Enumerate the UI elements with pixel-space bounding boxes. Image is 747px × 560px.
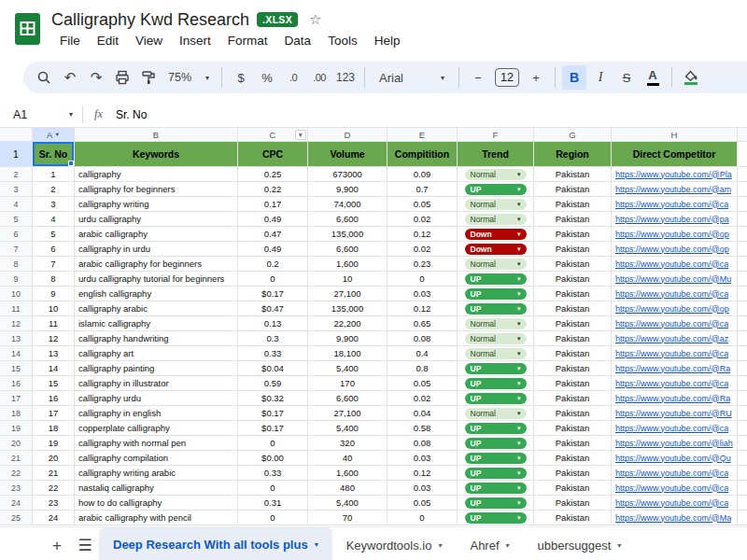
header-cell[interactable]: Compitition (388, 142, 458, 167)
cell-sr-no[interactable]: 10 (33, 301, 75, 316)
formula-input[interactable]: Sr. No (116, 108, 147, 121)
fill-handle[interactable] (68, 161, 74, 166)
row-number[interactable]: 7 (0, 242, 33, 257)
document-title[interactable]: Calligraphy Kwd Research (51, 10, 249, 30)
cell-trend[interactable]: UP▾ (458, 511, 534, 525)
cell-region[interactable]: Pakistan (534, 316, 612, 331)
cell-sr-no[interactable]: 13 (33, 346, 75, 361)
cell-sr-no[interactable]: 3 (33, 197, 75, 212)
cell-competition[interactable]: 0.09 (388, 167, 458, 182)
cell-competition[interactable]: 0.05 (388, 376, 458, 391)
cell-keyword[interactable]: arabic calligraphy for beginners (75, 257, 238, 272)
cell-competitor[interactable]: https://www.youtube.com/@ca (612, 481, 738, 496)
fill-color-button[interactable] (679, 65, 703, 90)
cell-trend[interactable]: Down▾ (458, 227, 534, 242)
cell-competitor[interactable]: https://www.youtube.com/@az (612, 331, 738, 346)
cell-keyword[interactable]: calligraphy writing arabic (75, 466, 238, 481)
cell-competitor[interactable]: https://www.youtube.com/@Ma (612, 511, 738, 525)
cell-cpc[interactable]: 0.25 (238, 167, 308, 182)
cell-cpc[interactable]: 0 (238, 511, 308, 525)
cell-competition[interactable]: 0 (388, 272, 458, 287)
competitor-link[interactable]: https://www.youtube.com/@ca (615, 349, 728, 358)
cell-cpc[interactable]: 0.31 (238, 496, 308, 511)
header-cell[interactable]: Volume (308, 142, 388, 167)
cell-volume[interactable]: 1,600 (308, 257, 388, 272)
column-header-A[interactable]: A▼ (33, 128, 75, 142)
cell-trend[interactable]: UP▾ (458, 182, 534, 197)
cell-volume[interactable]: 27,100 (308, 406, 388, 421)
cell-competition[interactable]: 0.02 (388, 391, 458, 406)
cell-trend[interactable]: UP▾ (458, 361, 534, 376)
trend-chip[interactable]: Normal▾ (465, 169, 527, 180)
cell-keyword[interactable]: calligraphy painting (75, 361, 238, 376)
row-number[interactable]: 22 (0, 466, 33, 481)
cell-keyword[interactable]: calligraphy in urdu (75, 242, 238, 257)
cell-keyword[interactable]: calligraphy in english (75, 406, 238, 421)
menu-edit[interactable]: Edit (89, 33, 127, 49)
strikethrough-button[interactable]: S (614, 65, 639, 90)
competitor-link[interactable]: https://www.youtube.com/@ca (615, 200, 728, 209)
cell-trend[interactable]: Down▾ (458, 242, 534, 257)
cell-competition[interactable]: 0.04 (388, 406, 458, 421)
cell-competition[interactable]: 0.02 (388, 212, 458, 227)
trend-chip[interactable]: Normal▾ (465, 214, 527, 225)
cell-competition[interactable]: 0.12 (388, 227, 458, 242)
cell-cpc[interactable]: 0.33 (238, 466, 308, 481)
competitor-link[interactable]: https://www.youtube.com/@ca (615, 319, 728, 329)
cell-trend[interactable]: UP▾ (458, 301, 534, 316)
increase-decimal-button[interactable]: .00 (307, 65, 331, 90)
cell-region[interactable]: Pakistan (534, 227, 612, 242)
cell-competition[interactable]: 0.4 (388, 346, 458, 361)
cell-competitor[interactable]: https://www.youtube.com/@ca (612, 287, 738, 301)
cell-cpc[interactable]: $0.00 (238, 451, 308, 466)
redo-button[interactable]: ↷ (84, 65, 108, 90)
trend-chip[interactable]: UP▾ (465, 378, 527, 389)
cell-competition[interactable]: 0.08 (388, 436, 458, 451)
cell-cpc[interactable]: 0.59 (238, 376, 308, 391)
filter-dropdown-icon[interactable]: ▼ (295, 130, 306, 140)
cell-trend[interactable]: Normal▾ (458, 316, 534, 331)
row-number[interactable]: 19 (0, 421, 33, 436)
row-number[interactable]: 10 (0, 287, 33, 301)
cell-trend[interactable]: Normal▾ (458, 257, 534, 272)
cell-sr-no[interactable]: 19 (33, 436, 75, 451)
cell-competition[interactable]: 0.03 (388, 451, 458, 466)
menu-help[interactable]: Help (366, 33, 409, 49)
row-number[interactable]: 4 (0, 197, 33, 212)
cell-volume[interactable]: 135,000 (308, 301, 388, 316)
competitor-link[interactable]: https://www.youtube.com/@Mu (615, 274, 731, 284)
competitor-link[interactable]: https://www.youtube.com/@ca (615, 483, 728, 493)
row-number[interactable]: 5 (0, 212, 33, 227)
cell-cpc[interactable]: 0.47 (238, 227, 308, 242)
menu-data[interactable]: Data (276, 33, 320, 49)
header-cell[interactable]: Trend (458, 142, 534, 167)
cell-region[interactable]: Pakistan (534, 272, 612, 287)
increase-font-size-button[interactable]: + (524, 65, 548, 90)
sheet-tab-ahref[interactable]: Ahref ▾ (456, 527, 523, 560)
competitor-link[interactable]: https://www.youtube.com/@Ma (615, 513, 731, 523)
cell-competition[interactable]: 0.23 (388, 257, 458, 272)
cell-volume[interactable]: 5,400 (308, 361, 388, 376)
cell-region[interactable]: Pakistan (534, 257, 612, 272)
cell-keyword[interactable]: calligraphy compilation (75, 451, 238, 466)
row-number[interactable]: 24 (0, 496, 33, 511)
column-header-G[interactable]: G (534, 128, 612, 142)
cell-sr-no[interactable]: 14 (33, 361, 75, 376)
cell-keyword[interactable]: english calligraphy (75, 287, 238, 301)
cell-cpc[interactable]: 0.3 (238, 331, 308, 346)
header-cell[interactable]: CPC (238, 142, 308, 167)
percent-format-button[interactable]: % (255, 65, 279, 90)
search-icon[interactable] (32, 65, 56, 90)
decrease-decimal-button[interactable]: .0 (281, 65, 305, 90)
competitor-link[interactable]: https://www.youtube.com/@op (615, 304, 729, 314)
cell-competitor[interactable]: https://www.youtube.com/@Mu (612, 272, 738, 287)
column-header-partial[interactable] (738, 128, 747, 142)
add-sheet-button[interactable]: + (43, 537, 71, 555)
cell-sr-no[interactable]: 24 (33, 511, 75, 525)
row-number[interactable]: 6 (0, 227, 33, 242)
cell-cpc[interactable]: 0.2 (238, 257, 308, 272)
competitor-link[interactable]: https://www.youtube.com/@Ra (615, 364, 730, 373)
cell-volume[interactable]: 1,600 (308, 466, 388, 481)
cell-competition[interactable]: 0.03 (388, 287, 458, 301)
cell-keyword[interactable]: islamic calligraphy (75, 316, 238, 331)
